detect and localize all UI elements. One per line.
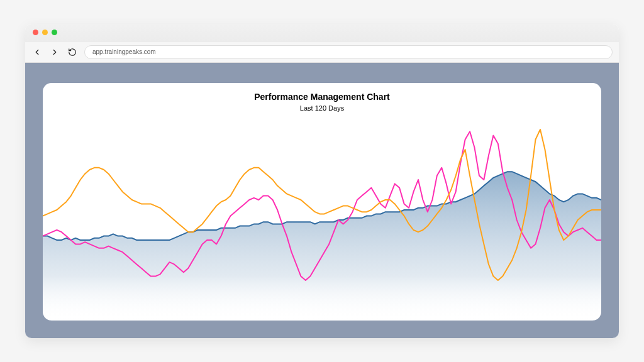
window-titlebar [25, 24, 619, 41]
maximize-icon[interactable] [52, 30, 57, 35]
performance-chart [43, 83, 601, 321]
browser-window: app.trainingpeaks.com Performance Manage… [25, 24, 619, 338]
url-text: app.trainingpeaks.com [92, 48, 156, 55]
minimize-icon[interactable] [42, 30, 48, 35]
close-icon[interactable] [33, 30, 38, 35]
chart-titles: Performance Management Chart Last 120 Da… [43, 92, 601, 112]
forward-button[interactable] [49, 47, 60, 58]
reload-button[interactable] [67, 47, 78, 58]
chart-title: Performance Management Chart [43, 92, 601, 102]
back-button[interactable] [31, 47, 43, 58]
browser-toolbar: app.trainingpeaks.com [25, 41, 619, 63]
chart-subtitle: Last 120 Days [43, 104, 601, 112]
page-viewport: Performance Management Chart Last 120 Da… [25, 63, 619, 338]
chart-card: Performance Management Chart Last 120 Da… [43, 83, 601, 321]
address-bar[interactable]: app.trainingpeaks.com [84, 45, 613, 59]
